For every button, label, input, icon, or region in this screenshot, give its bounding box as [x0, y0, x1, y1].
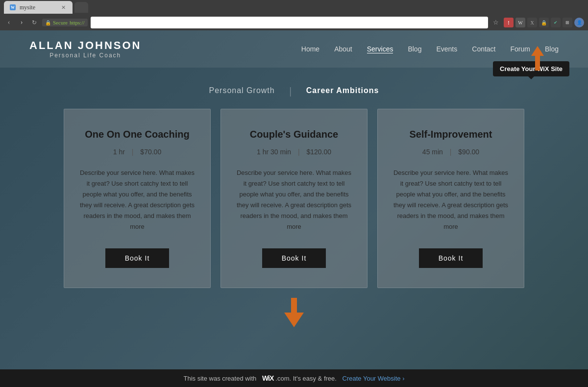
nav-services[interactable]: Services	[367, 45, 393, 53]
tab-close-button[interactable]: ✕	[60, 4, 67, 11]
service-card-2: Couple's Guidance 1 hr 30 min | $120.00 …	[220, 109, 368, 288]
arrow-up-indicator	[530, 46, 545, 73]
secure-label: Secure	[53, 20, 68, 25]
ext-icon-4[interactable]: 🔒	[539, 18, 549, 27]
lock-icon: 🔒	[45, 20, 51, 25]
tab-career-ambitions[interactable]: Career Ambitions	[292, 82, 394, 99]
card-1-description: Describe your service here. What makes i…	[79, 168, 196, 233]
wix-logo: WiX	[262, 374, 273, 382]
ext-icon-1[interactable]: !	[504, 18, 514, 27]
wix-footer: This site was created with WiX .com. It'…	[0, 369, 588, 387]
browser-toolbar: ‹ › ↻ 🔒 Secure https:// ☆ ! W X 🔒 ✔ ⊞ 👤	[0, 15, 588, 30]
toolbar-icons: ☆	[491, 18, 501, 27]
tab-personal-growth[interactable]: Personal Growth	[195, 82, 290, 99]
nav-contact[interactable]: Contact	[472, 45, 495, 53]
nav-events[interactable]: Events	[436, 45, 457, 53]
cards-container: One On One Coaching 1 hr | $70.00 Descri…	[0, 109, 588, 288]
footer-text-after: .com. It's easy & free.	[275, 375, 337, 382]
arrow-down-page	[0, 298, 588, 327]
browser-tabs: W mysite ✕	[0, 0, 588, 15]
card-2-duration: 1 hr 30 min | $120.00	[257, 148, 331, 156]
card-2-title: Couple's Guidance	[250, 129, 338, 140]
site-logo: ALLAN JOHNSON Personal Life Coach	[29, 39, 141, 59]
logo-name: ALLAN JOHNSON	[29, 39, 141, 52]
tab-favicon: W	[10, 4, 16, 10]
address-bar[interactable]	[91, 17, 489, 28]
arrow-down-svg	[284, 298, 304, 327]
service-card-1: One On One Coaching 1 hr | $70.00 Descri…	[64, 109, 211, 288]
new-tab-button[interactable]	[74, 2, 88, 13]
nav-about[interactable]: About	[334, 45, 352, 53]
card-3-description: Describe your service here. What makes i…	[392, 168, 509, 233]
card-1-title: One On One Coaching	[85, 129, 189, 140]
card-1-duration: 1 hr | $70.00	[113, 148, 161, 156]
tab-title: mysite	[20, 4, 35, 11]
book-btn-1[interactable]: Book It	[105, 248, 170, 268]
ext-icon-avatar[interactable]: 👤	[574, 18, 584, 27]
website-content: ALLAN JOHNSON Personal Life Coach Home A…	[0, 30, 588, 387]
forward-button[interactable]: ›	[17, 18, 26, 27]
card-3-title: Self-Improvement	[410, 129, 492, 140]
browser-tab-active[interactable]: W mysite ✕	[4, 1, 73, 14]
svg-marker-0	[531, 46, 544, 71]
ext-icon-5[interactable]: ✔	[551, 18, 561, 27]
browser-chrome: W mysite ✕ ‹ › ↻ 🔒 Secure https:// ☆ ! W…	[0, 0, 588, 30]
address-url: https://	[70, 20, 85, 25]
nav-blog-1[interactable]: Blog	[408, 45, 421, 53]
card-3-duration: 45 min | $90.00	[422, 148, 479, 156]
services-tabs: Personal Growth | Career Ambitions	[0, 82, 588, 99]
svg-marker-1	[284, 298, 304, 327]
book-btn-3[interactable]: Book It	[419, 248, 483, 268]
site-nav: Home About Services Blog Events Contact …	[301, 45, 559, 53]
card-2-description: Describe your service here. What makes i…	[236, 168, 352, 233]
footer-create-link[interactable]: Create Your Website ›	[343, 375, 405, 382]
service-card-3: Self-Improvement 45 min | $90.00 Describ…	[377, 109, 524, 288]
logo-subtitle: Personal Life Coach	[29, 52, 141, 59]
refresh-button[interactable]: ↻	[29, 18, 39, 27]
nav-home[interactable]: Home	[301, 45, 319, 53]
ext-icon-6[interactable]: ⊞	[563, 18, 572, 27]
footer-text-before: This site was created with	[184, 375, 257, 382]
nav-forum[interactable]: Forum	[511, 45, 530, 53]
back-button[interactable]: ‹	[4, 18, 14, 27]
book-btn-2[interactable]: Book It	[262, 248, 326, 268]
browser-extensions: ! W X 🔒 ✔ ⊞ 👤	[504, 18, 584, 27]
secure-badge: 🔒 Secure https://	[42, 19, 88, 26]
nav-blog-2[interactable]: Blog	[545, 45, 559, 53]
star-icon[interactable]: ☆	[491, 18, 501, 27]
ext-icon-wix[interactable]: W	[515, 18, 525, 27]
ext-icon-3[interactable]: X	[527, 18, 537, 27]
